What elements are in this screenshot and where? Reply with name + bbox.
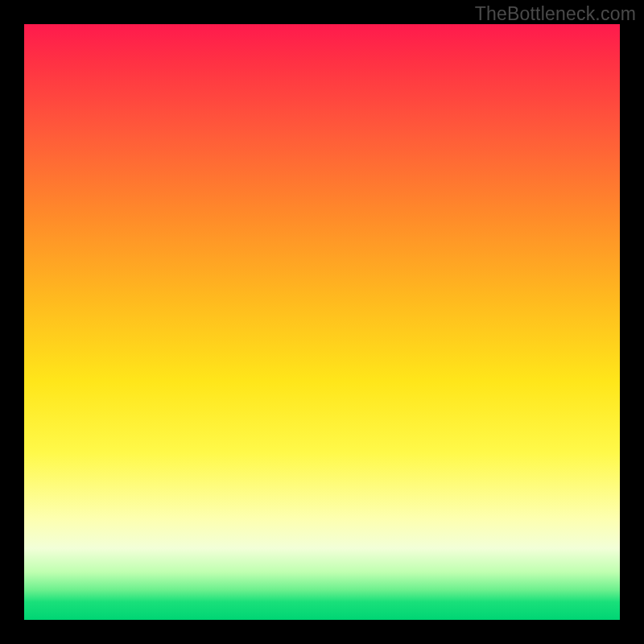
watermark-text: TheBottleneck.com xyxy=(475,3,636,25)
outer-frame: TheBottleneck.com xyxy=(0,0,644,644)
heat-gradient-bg xyxy=(24,24,620,620)
plot-area xyxy=(24,24,620,620)
